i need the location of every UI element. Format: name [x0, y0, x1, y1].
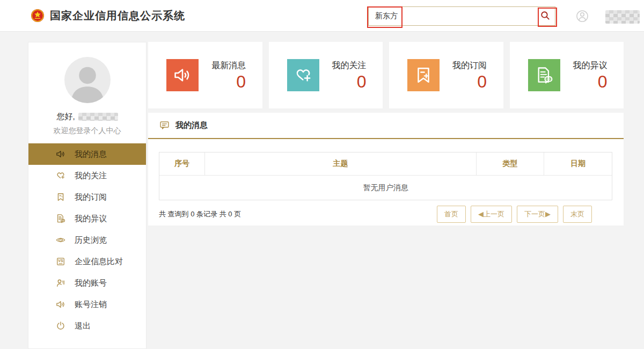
bookmark-icon	[55, 192, 66, 202]
messages-table: 序号 主题 类型 日期 暂无用户消息	[159, 152, 612, 200]
sidebar-item-label: 企业信息比对	[75, 257, 123, 267]
table-header-row: 序号 主题 类型 日期	[159, 152, 612, 175]
card-my-follows[interactable]: 我的关注 0	[269, 42, 383, 108]
card-text: 我的异议 0	[573, 60, 608, 91]
sidebar-item-my-subscriptions[interactable]: 我的订阅	[28, 186, 146, 208]
user-circle-icon	[575, 9, 589, 23]
card-count: 0	[357, 72, 367, 91]
first-page-button[interactable]: 首页	[437, 206, 466, 223]
card-text: 我的关注 0	[332, 60, 367, 91]
search-button[interactable]	[538, 9, 552, 23]
account-icon	[55, 278, 66, 288]
person-silhouette-icon	[64, 57, 111, 103]
sidebar-item-my-messages[interactable]: 我的消息	[28, 143, 146, 165]
history-eye-icon	[55, 235, 66, 245]
last-page-button[interactable]: 末页	[563, 206, 592, 223]
card-text: 最新消息 0	[211, 60, 246, 91]
profile-avatar	[64, 57, 111, 103]
site-title: 国家企业信用信息公示系统	[50, 9, 185, 23]
personal-center-page: 国家企业信用信息公示系统 您好, 欢迎您登录个人中心 我的消息	[0, 0, 644, 349]
card-my-objections[interactable]: 我的异议 0	[510, 42, 624, 108]
heart-plus-icon	[293, 65, 313, 85]
card-label: 我的关注	[332, 60, 367, 71]
column-header-subject: 主题	[205, 152, 477, 175]
search-box	[368, 6, 555, 26]
sidebar-item-label: 退出	[75, 321, 91, 331]
sidebar-menu: 我的消息 我的关注 我的订阅 我的异议 历史浏览 企业信息比对	[28, 143, 146, 337]
card-count: 0	[598, 72, 608, 91]
sidebar-item-history[interactable]: 历史浏览	[28, 229, 146, 251]
greeting-text: 您好,	[56, 112, 75, 122]
redacted-name	[78, 113, 118, 121]
card-count: 0	[477, 72, 487, 91]
document-chat-icon	[534, 65, 554, 85]
panel-header: 我的消息	[148, 113, 624, 139]
speaker-icon	[55, 299, 66, 310]
greeting-row: 您好,	[28, 112, 146, 121]
next-page-button[interactable]: 下一页▶	[517, 206, 558, 223]
column-header-index: 序号	[159, 152, 205, 175]
sidebar-item-label: 账号注销	[75, 300, 107, 310]
card-label: 我的订阅	[452, 60, 487, 71]
chat-bubble-icon	[159, 120, 170, 131]
speaker-icon	[55, 149, 66, 159]
messages-panel: 我的消息 序号 主题 类型 日期 暂无用户消息 共 查询到 0 条记录 共 0 …	[148, 113, 624, 226]
header-user-avatar[interactable]	[575, 9, 589, 23]
panel-title: 我的消息	[175, 120, 208, 130]
sidebar-item-label: 历史浏览	[75, 235, 107, 245]
heart-plus-icon	[55, 170, 66, 181]
card-text: 我的订阅 0	[452, 60, 487, 91]
speaker-icon	[172, 65, 193, 85]
welcome-text: 欢迎您登录个人中心	[28, 126, 146, 136]
sidebar-item-logout[interactable]: 退出	[28, 315, 146, 337]
records-summary: 共 查询到 0 条记录 共 0 页	[159, 209, 241, 219]
card-my-subscriptions[interactable]: 我的订阅 0	[389, 42, 503, 108]
sidebar-item-label: 我的关注	[75, 171, 107, 181]
search-icon	[539, 10, 551, 21]
card-icon-box	[407, 59, 440, 91]
vs-compare-icon	[55, 256, 66, 267]
empty-state-text: 暂无用户消息	[159, 175, 612, 200]
sidebar-item-label: 我的订阅	[75, 192, 107, 202]
card-icon-box	[287, 59, 319, 91]
prev-page-button[interactable]: ◀上一页	[471, 206, 512, 223]
card-label: 我的异议	[573, 60, 608, 71]
sidebar-item-my-follows[interactable]: 我的关注	[28, 165, 146, 186]
search-input[interactable]	[369, 7, 555, 25]
document-chat-icon	[55, 213, 66, 224]
sidebar-item-my-objections[interactable]: 我的异议	[28, 208, 146, 229]
bookmark-plus-icon	[413, 65, 434, 85]
sidebar-item-compare[interactable]: 企业信息比对	[28, 251, 146, 272]
card-label: 最新消息	[211, 60, 246, 71]
sidebar-item-label: 我的账号	[75, 278, 107, 288]
brand: 国家企业信用信息公示系统	[30, 0, 185, 31]
sidebar-item-account-cancel[interactable]: 账号注销	[28, 294, 146, 315]
top-bar: 国家企业信用信息公示系统	[0, 0, 644, 32]
pagination: 首页 ◀上一页 下一页▶ 末页	[437, 206, 592, 223]
sidebar: 您好, 欢迎您登录个人中心 我的消息 我的关注 我的订阅 我的异议	[28, 42, 147, 349]
pagination-row: 共 查询到 0 条记录 共 0 页 首页 ◀上一页 下一页▶ 末页	[159, 206, 612, 223]
column-header-type: 类型	[477, 152, 544, 175]
power-icon	[55, 321, 66, 331]
redacted-username	[605, 10, 640, 24]
national-emblem-logo	[30, 8, 45, 23]
card-icon-box	[528, 59, 560, 91]
card-count: 0	[236, 72, 246, 91]
sidebar-item-label: 我的异议	[75, 214, 107, 224]
card-latest-messages[interactable]: 最新消息 0	[148, 42, 262, 108]
card-icon-box	[166, 59, 199, 91]
stat-cards: 最新消息 0 我的关注 0 我的订阅 0	[148, 42, 624, 108]
sidebar-item-label: 我的消息	[75, 149, 107, 159]
column-header-date: 日期	[544, 152, 612, 175]
sidebar-item-my-account[interactable]: 我的账号	[28, 272, 146, 294]
